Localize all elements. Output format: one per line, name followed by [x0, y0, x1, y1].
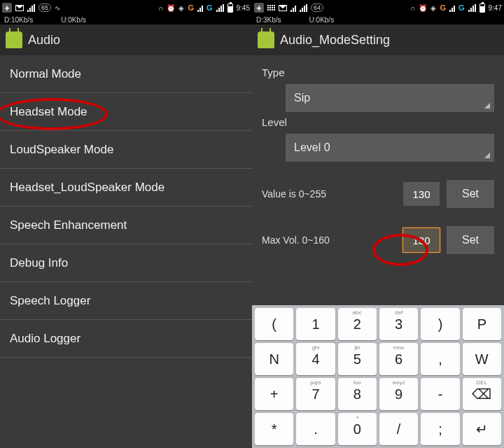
- keypad-row-3: +pqrs7tuv8wxyz9-DEL⌫: [255, 378, 501, 410]
- mode-item-speech-logger[interactable]: Speech Logger: [0, 282, 252, 320]
- signal2-icon: [197, 4, 203, 12]
- mode-item-speech-enhancement[interactable]: Speech Enhancement: [0, 206, 252, 244]
- signal3-icon: [449, 4, 455, 12]
- key-P[interactable]: P: [463, 308, 501, 340]
- clock: 9:45: [237, 4, 250, 12]
- key-([interactable]: (: [255, 308, 293, 340]
- mail-icon: [279, 5, 287, 11]
- up-speed: U:0Kb/s: [61, 16, 86, 24]
- status-bar: + 65 ∿ ∩ ⏰ ◈ G G 9:45: [0, 0, 252, 15]
- battery-icon: [227, 4, 233, 13]
- key-N[interactable]: N: [255, 343, 293, 375]
- net-speed: D:10Kb/s U:0Kb/s: [0, 15, 252, 24]
- signal-icon: [290, 4, 296, 12]
- alarm-icon: ⏰: [419, 4, 427, 12]
- level-dropdown[interactable]: Level 0: [286, 134, 494, 162]
- net-speed: D:3Kb/s U:0Kb/s: [252, 15, 504, 24]
- signal4-icon: [468, 4, 476, 12]
- mode-list: Normal Mode Headset Mode LoudSpeaker Mod…: [0, 55, 252, 358]
- key-0[interactable]: +0: [338, 413, 377, 445]
- headphones-icon: ∩: [410, 4, 415, 12]
- mail-icon: [15, 5, 24, 11]
- mode-item-audio-logger[interactable]: Audio Logger: [0, 320, 252, 358]
- mode-item-normal[interactable]: Normal Mode: [0, 55, 252, 93]
- maxvol-range-label: Max Vol. 0~160: [262, 234, 396, 246]
- key-*[interactable]: *: [255, 413, 293, 445]
- key-W[interactable]: W: [463, 343, 501, 375]
- key-/[interactable]: /: [379, 413, 418, 445]
- app-title-bar: Audio_ModeSetting: [252, 24, 504, 55]
- down-speed: D:3Kb/s: [256, 16, 281, 24]
- page-title: Audio_ModeSetting: [280, 33, 390, 48]
- mode-item-headset[interactable]: Headset Mode: [0, 93, 252, 131]
- headphones-icon: ∩: [158, 4, 163, 12]
- keypad-row-2: Nghi4jkl5mno6,W: [255, 343, 501, 375]
- signal-icon: [27, 4, 35, 12]
- key-8[interactable]: tuv8: [338, 378, 377, 410]
- battery-pct: 64: [311, 4, 323, 12]
- down-speed: D:10Kb/s: [4, 16, 33, 24]
- notif-icon: +: [2, 3, 12, 13]
- mode-item-headset-loudspeaker[interactable]: Headset_LoudSpeaker Mode: [0, 169, 252, 206]
- network-g2-icon: G: [206, 4, 213, 12]
- key-)[interactable]: ): [421, 308, 459, 340]
- wave-icon: ∿: [55, 4, 60, 12]
- battery-pct: 65: [38, 4, 51, 12]
- android-icon: [258, 31, 274, 48]
- type-label: Type: [262, 66, 494, 78]
- android-icon: [6, 31, 22, 48]
- signal3-icon: [216, 4, 224, 12]
- screen-audio-list: + 65 ∿ ∩ ⏰ ◈ G G 9:45 D:10Kb/s U:0Kb/s A…: [0, 0, 252, 448]
- battery-icon: [479, 4, 485, 13]
- network-g1-icon: G: [188, 4, 194, 12]
- value-input[interactable]: [403, 182, 440, 206]
- up-speed: U:0Kb/s: [309, 16, 335, 24]
- key-1[interactable]: 1: [296, 308, 335, 340]
- value-range-label: Value is 0~255: [262, 188, 396, 200]
- network-g1-icon: G: [440, 4, 446, 12]
- clock: 9:47: [489, 4, 502, 12]
- keypad-row-1: (1abc2def3)P: [255, 308, 501, 340]
- set-maxvol-button[interactable]: Set: [447, 226, 494, 254]
- key-,[interactable]: ,: [421, 343, 459, 375]
- key-2[interactable]: abc2: [338, 308, 377, 340]
- status-bar: + 64 ∩ ⏰ ◈ G G 9:47: [252, 0, 504, 15]
- key-+[interactable]: +: [255, 378, 293, 410]
- key-↵[interactable]: ↵: [463, 413, 501, 445]
- settings-form: Type Sip Level Level 0 Value is 0~255 Se…: [252, 55, 504, 305]
- key-⌫[interactable]: DEL⌫: [463, 378, 501, 410]
- keypad-row-4: *.+0/;↵: [255, 413, 501, 445]
- key-4[interactable]: ghi4: [296, 343, 335, 375]
- key-.[interactable]: .: [296, 413, 335, 445]
- key-5[interactable]: jkl5: [338, 343, 377, 375]
- screen-mode-setting: + 64 ∩ ⏰ ◈ G G 9:47 D:3Kb/s U:0Kb/s Audi…: [252, 0, 504, 448]
- numeric-keypad: (1abc2def3)P Nghi4jkl5mno6,W +pqrs7tuv8w…: [252, 305, 504, 448]
- keyboard-icon: [267, 5, 275, 10]
- mode-item-debug-info[interactable]: Debug Info: [0, 244, 252, 282]
- type-dropdown[interactable]: Sip: [286, 84, 494, 112]
- key-9[interactable]: wxyz9: [379, 378, 418, 410]
- key-3[interactable]: def3: [379, 308, 418, 340]
- alarm-icon: ⏰: [167, 4, 175, 12]
- wifi-icon: ◈: [178, 4, 184, 12]
- network-g2-icon: G: [458, 4, 465, 12]
- notif-icon: +: [254, 3, 264, 13]
- key-;[interactable]: ;: [421, 413, 459, 445]
- signal2-icon: [300, 4, 307, 12]
- maxvol-input[interactable]: [403, 228, 440, 252]
- key-7[interactable]: pqrs7: [296, 378, 335, 410]
- wifi-icon: ◈: [430, 4, 436, 12]
- key-6[interactable]: mno6: [379, 343, 418, 375]
- app-title-bar: Audio: [0, 24, 252, 55]
- level-label: Level: [262, 116, 494, 128]
- key--[interactable]: -: [421, 378, 459, 410]
- page-title: Audio: [28, 33, 60, 48]
- mode-item-loudspeaker[interactable]: LoudSpeaker Mode: [0, 131, 252, 169]
- set-value-button[interactable]: Set: [447, 180, 494, 208]
